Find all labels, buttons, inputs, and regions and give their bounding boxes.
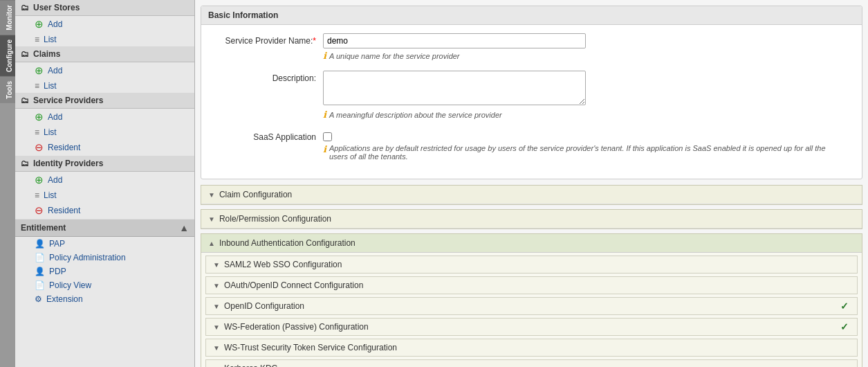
policy-view-icon: 📄 — [35, 280, 45, 290]
required-star: * — [313, 36, 316, 46]
pdp-label: PDP — [49, 267, 66, 276]
sub-header-oauth[interactable]: ▼ OAuth/OpenID Connect Configuration — [206, 277, 857, 294]
policy-admin-icon: 📄 — [35, 253, 45, 262]
sub-header-saml2[interactable]: ▼ SAML2 Web SSO Configuration — [206, 256, 857, 273]
claim-config-section: ▼ Claim Configuration — [201, 185, 862, 205]
service-providers-add-label: Add — [48, 112, 62, 122]
add-icon: ⊕ — [35, 111, 44, 123]
identity-providers-header: 🗂 Identity Providers — [15, 156, 194, 172]
service-providers-icon: 🗂 — [21, 96, 29, 105]
service-providers-list[interactable]: ≡ List — [15, 125, 194, 139]
claim-config-header[interactable]: ▼ Claim Configuration — [201, 186, 862, 204]
policy-admin-item[interactable]: 📄 Policy Administration — [15, 251, 194, 265]
sub-label-ws-fed: WS-Federation (Passive) Configuration — [224, 322, 369, 332]
pap-icon: 👤 — [35, 239, 45, 249]
desc-control-wrap: ℹ A meaningful description about the ser… — [323, 71, 851, 120]
desc-row: Description: ℹ A meaningful description … — [212, 71, 851, 120]
inbound-sub-sections: ▼ SAML2 Web SSO Configuration ▼ OAuth/Op… — [201, 256, 862, 367]
name-label: Service Provider Name:* — [212, 33, 323, 46]
add-icon: ⊕ — [35, 174, 44, 186]
service-providers-add[interactable]: ⊕ Add — [15, 109, 194, 125]
identity-providers-resident[interactable]: ⊖ Resident — [15, 202, 194, 219]
user-stores-label: User Stores — [33, 3, 80, 12]
resident-icon: ⊖ — [35, 204, 44, 217]
name-control-wrap: ℹ A unique name for the service provider — [323, 33, 851, 61]
policy-admin-label: Policy Administration — [49, 253, 126, 262]
role-config-arrow: ▼ — [208, 215, 215, 223]
sidebar: 🗂 User Stores ⊕ Add ≡ List 🗂 Claims ⊕ Ad… — [15, 0, 195, 367]
service-providers-label: Service Providers — [33, 96, 103, 105]
inbound-auth-header[interactable]: ▲ Inbound Authentication Configuration — [201, 234, 862, 253]
identity-providers-list[interactable]: ≡ List — [15, 188, 194, 202]
sidebar-section-service-providers: 🗂 Service Providers ⊕ Add ≡ List ⊖ Resid… — [15, 93, 194, 156]
list-icon: ≡ — [35, 190, 39, 200]
vertical-tabs: Monitor Configure Tools — [0, 0, 15, 367]
policy-view-label: Policy View — [49, 280, 91, 290]
hint-icon: ℹ — [323, 109, 326, 120]
extension-item[interactable]: ⚙ Extension — [15, 292, 194, 306]
claims-icon: 🗂 — [21, 49, 29, 59]
sub-arrow-saml2: ▼ — [213, 261, 220, 269]
sidebar-section-entitlement: Entitlement ▲ 👤 PAP 📄 Policy Administrat… — [15, 219, 194, 306]
tools-tab[interactable]: Tools — [0, 76, 15, 103]
name-row: Service Provider Name:* ℹ A unique name … — [212, 33, 851, 61]
identity-providers-resident-label: Resident — [48, 206, 80, 215]
user-stores-list[interactable]: ≡ List — [15, 33, 194, 46]
inbound-sub-openid: ▼ OpenID Configuration ✓ — [205, 297, 858, 315]
service-providers-header: 🗂 Service Providers — [15, 93, 194, 109]
service-providers-resident-label: Resident — [48, 143, 80, 152]
pdp-item[interactable]: 👤 PDP — [15, 265, 194, 278]
sub-arrow-kerberos: ▼ — [213, 365, 220, 368]
user-stores-header: 🗂 User Stores — [15, 0, 194, 16]
sub-label-openid: OpenID Configuration — [224, 301, 304, 311]
basic-info-panel: Basic Information Service Provider Name:… — [201, 6, 862, 179]
sidebar-section-user-stores: 🗂 User Stores ⊕ Add ≡ List — [15, 0, 194, 46]
sub-arrow-openid: ▼ — [213, 303, 220, 310]
user-stores-list-label: List — [44, 35, 57, 44]
sub-label-oauth: OAuth/OpenID Connect Configuration — [224, 280, 363, 290]
sub-header-ws-trust[interactable]: ▼ WS-Trust Security Token Service Config… — [206, 339, 857, 356]
inbound-auth-section: ▲ Inbound Authentication Configuration ▼… — [201, 233, 862, 367]
role-config-header[interactable]: ▼ Role/Permission Configuration — [201, 210, 862, 229]
sub-checkmark-ws-fed: ✓ — [840, 321, 849, 332]
identity-providers-icon: 🗂 — [21, 159, 29, 168]
list-icon: ≡ — [35, 35, 39, 44]
basic-info-header: Basic Information — [201, 6, 862, 25]
pap-item[interactable]: 👤 PAP — [15, 237, 194, 251]
description-textarea[interactable] — [323, 71, 586, 105]
inbound-sub-ws-fed: ▼ WS-Federation (Passive) Configuration … — [205, 318, 858, 336]
monitor-tab[interactable]: Monitor — [0, 0, 15, 35]
identity-providers-add-label: Add — [48, 175, 62, 185]
sub-header-openid[interactable]: ▼ OpenID Configuration ✓ — [206, 298, 857, 314]
inbound-sub-ws-trust: ▼ WS-Trust Security Token Service Config… — [205, 339, 858, 357]
sub-arrow-ws-trust: ▼ — [213, 344, 220, 352]
role-config-section: ▼ Role/Permission Configuration — [201, 209, 862, 229]
pap-label: PAP — [49, 239, 65, 249]
service-provider-name-input[interactable] — [323, 33, 586, 48]
claim-config-label: Claim Configuration — [219, 190, 292, 199]
desc-label: Description: — [212, 71, 323, 83]
claims-add[interactable]: ⊕ Add — [15, 62, 194, 79]
sub-checkmark-openid: ✓ — [840, 301, 849, 312]
saas-checkbox[interactable] — [323, 132, 332, 141]
entitlement-collapse-button[interactable]: ▲ — [179, 222, 189, 233]
identity-providers-label: Identity Providers — [33, 159, 103, 168]
inbound-sub-oauth: ▼ OAuth/OpenID Connect Configuration — [205, 276, 858, 294]
saas-description: ℹ Applications are by default restricted… — [323, 144, 842, 161]
policy-view-item[interactable]: 📄 Policy View — [15, 278, 194, 292]
sub-label-kerberos: Kerberos KDC — [224, 364, 277, 367]
configure-tab[interactable]: Configure — [0, 35, 15, 76]
inbound-sub-saml2: ▼ SAML2 Web SSO Configuration — [205, 256, 858, 274]
extension-label: Extension — [46, 294, 83, 304]
identity-providers-add[interactable]: ⊕ Add — [15, 172, 194, 188]
sub-header-ws-fed[interactable]: ▼ WS-Federation (Passive) Configuration … — [206, 319, 857, 335]
service-providers-resident[interactable]: ⊖ Resident — [15, 139, 194, 156]
add-icon: ⊕ — [35, 64, 44, 77]
claims-list[interactable]: ≡ List — [15, 79, 194, 93]
saas-label: SaaS Application — [212, 129, 323, 142]
user-stores-add[interactable]: ⊕ Add — [15, 16, 194, 33]
sidebar-section-claims: 🗂 Claims ⊕ Add ≡ List — [15, 46, 194, 93]
role-config-label: Role/Permission Configuration — [219, 214, 331, 224]
claims-label: Claims — [33, 49, 60, 59]
sub-header-kerberos[interactable]: ▼ Kerberos KDC — [206, 360, 857, 367]
